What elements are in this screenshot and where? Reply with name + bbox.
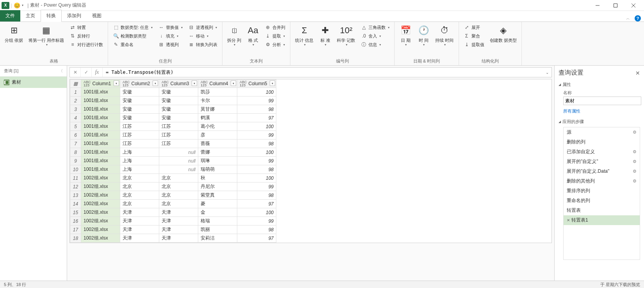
gear-icon[interactable]: ⚙ <box>633 159 637 164</box>
move-button[interactable]: ↔移动▾ <box>187 32 219 40</box>
filter-icon[interactable]: ▾ <box>192 80 197 86</box>
cell[interactable]: 100 <box>237 148 276 157</box>
cell[interactable]: 秋 <box>198 174 237 182</box>
filter-icon[interactable]: ▾ <box>270 80 275 86</box>
cell[interactable]: 天津 <box>120 225 159 234</box>
tab-home[interactable]: 主页 <box>20 10 41 21</box>
cell[interactable]: 紫堂真 <box>198 191 237 200</box>
gear-icon[interactable]: ⚙ <box>633 169 637 174</box>
applied-step[interactable]: 删除的其他列⚙ <box>564 176 640 186</box>
applied-step[interactable]: 展开的"自定义"⚙ <box>564 157 640 166</box>
cell[interactable]: 97 <box>237 114 276 122</box>
cell[interactable]: 天津 <box>120 234 159 243</box>
create-datatype-button[interactable]: ◈创建数 据类型 <box>488 23 518 44</box>
column-header[interactable]: ABC123Column2▾ <box>120 80 159 88</box>
applied-step[interactable]: 删除的列 <box>564 137 640 147</box>
cell[interactable]: 98 <box>237 140 276 148</box>
table-row[interactable]: 111002组.xlsx北京北京秋100 <box>70 174 276 182</box>
cell[interactable]: null <box>159 157 198 165</box>
cell[interactable]: 1001组.xlsx <box>81 157 120 165</box>
to-list-button[interactable]: ≣转换为列表 <box>187 41 219 48</box>
table-row[interactable]: 151002组.xlsx天津天津金100 <box>70 208 276 217</box>
cell[interactable]: 1001组.xlsx <box>81 97 120 105</box>
cell[interactable]: 98 <box>237 165 276 174</box>
cell[interactable]: 江苏 <box>120 122 159 131</box>
cell[interactable]: 100 <box>237 88 276 97</box>
table-row[interactable]: 91001组.xlsx上海null琪琳99 <box>70 157 276 165</box>
row-number[interactable]: 13 <box>70 191 81 200</box>
cell[interactable]: 97 <box>237 234 276 243</box>
qat-dropdown[interactable]: ▾ <box>22 4 23 7</box>
cell[interactable]: 99 <box>237 217 276 225</box>
cell[interactable]: 上海 <box>120 148 159 157</box>
rounding-button[interactable]: .0舍入▾ <box>359 32 391 40</box>
fill-button[interactable]: ↓填充▾ <box>157 32 184 40</box>
cell[interactable]: 安徽 <box>159 88 198 97</box>
table-row[interactable]: 121002组.xlsx北京北京丹尼尔99 <box>70 182 276 191</box>
table-row[interactable]: 21001组.xlsx安徽安徽卡尔99 <box>70 97 276 105</box>
cell[interactable]: 1001组.xlsx <box>81 140 120 148</box>
cell[interactable]: 天津 <box>120 208 159 217</box>
row-number[interactable]: 15 <box>70 208 81 217</box>
cell[interactable]: 江苏 <box>159 131 198 140</box>
date-button[interactable]: 📅日 期▾ <box>398 23 413 47</box>
merge-columns-button[interactable]: ⊕合并列 <box>263 23 287 31</box>
cell[interactable]: 瑞萌萌 <box>198 165 237 174</box>
all-properties-link[interactable]: 所有属性 <box>563 108 640 114</box>
table-row[interactable]: 131002组.xlsx北京北京紫堂真98 <box>70 191 276 200</box>
cell[interactable]: 1001组.xlsx <box>81 114 120 122</box>
close-settings-icon[interactable]: ✕ <box>635 70 640 76</box>
cell[interactable]: 彦 <box>198 131 237 140</box>
cell[interactable]: 鹤溪 <box>198 114 237 122</box>
extract-values-button[interactable]: ⤓提取值 <box>462 41 486 48</box>
cell[interactable]: 上海 <box>120 157 159 165</box>
gear-icon[interactable]: ⚙ <box>633 149 637 154</box>
fx-icon[interactable]: fx <box>92 68 103 77</box>
table-row[interactable]: 171002组.xlsx天津天津凯丽98 <box>70 225 276 234</box>
grid-corner[interactable]: ▦ <box>70 80 81 88</box>
standard-button[interactable]: ✚标 准▾ <box>317 23 333 47</box>
table-row[interactable]: 71001组.xlsx江苏江苏蔷薇98 <box>70 140 276 148</box>
cell[interactable]: null <box>159 148 198 157</box>
cell[interactable]: 凯丽 <box>198 225 237 234</box>
cell[interactable]: 上海 <box>120 165 159 174</box>
cell[interactable]: 安徽 <box>120 88 159 97</box>
cell[interactable]: 江苏 <box>120 140 159 148</box>
cell[interactable]: 葛小伦 <box>198 122 237 131</box>
cell[interactable]: 琪琳 <box>198 157 237 165</box>
format-button[interactable]: Aa格 式▾ <box>245 23 261 47</box>
cell[interactable]: 北京 <box>159 200 198 208</box>
first-row-header-button[interactable]: ▦将第一行 用作标题▾ <box>27 23 66 47</box>
cell[interactable]: 江苏 <box>120 131 159 140</box>
cell[interactable]: 安徽 <box>159 105 198 114</box>
cell[interactable]: 安徽 <box>159 114 198 122</box>
cell[interactable]: 1001组.xlsx <box>81 131 120 140</box>
column-header[interactable]: ABC123Column3▾ <box>159 80 198 88</box>
minimize-button[interactable] <box>589 0 607 11</box>
collapse-queries-icon[interactable]: 〈 <box>59 68 63 74</box>
table-row[interactable]: 41001组.xlsx安徽安徽鹤溪97 <box>70 114 276 122</box>
cell[interactable]: 1001组.xlsx <box>81 165 120 174</box>
column-header[interactable]: ABC123Column1▾ <box>81 80 120 88</box>
query-name-input[interactable] <box>563 97 641 105</box>
table-row[interactable]: 31001组.xlsx安徽安徽莫甘娜98 <box>70 105 276 114</box>
cell[interactable]: 99 <box>237 131 276 140</box>
cell[interactable]: 安徽 <box>159 97 198 105</box>
cell[interactable]: 蔷薇 <box>198 140 237 148</box>
row-number[interactable]: 6 <box>70 131 81 140</box>
cell[interactable]: 安徽 <box>120 97 159 105</box>
datatype-button[interactable]: ⬚数据类型: 任意▾ <box>111 23 154 31</box>
tab-addcolumn[interactable]: 添加列 <box>62 10 87 21</box>
maximize-button[interactable] <box>607 0 624 11</box>
table-row[interactable]: 141002组.xlsx北京北京菱97 <box>70 200 276 208</box>
number-info-button[interactable]: ⓘ信息▾ <box>359 41 391 48</box>
extract-button[interactable]: ⤓提取▾ <box>263 32 287 40</box>
cell[interactable]: 99 <box>237 157 276 165</box>
applied-steps-section[interactable]: 应用的步骤 <box>559 119 640 125</box>
unpivot-button[interactable]: ⊟逆透视列▾ <box>187 23 219 31</box>
row-number[interactable]: 18 <box>70 234 81 243</box>
cell[interactable]: 北京 <box>120 174 159 182</box>
cell[interactable]: 蕾娜 <box>198 148 237 157</box>
filter-icon[interactable]: ▾ <box>153 80 158 86</box>
cell[interactable]: 安徽 <box>120 105 159 114</box>
